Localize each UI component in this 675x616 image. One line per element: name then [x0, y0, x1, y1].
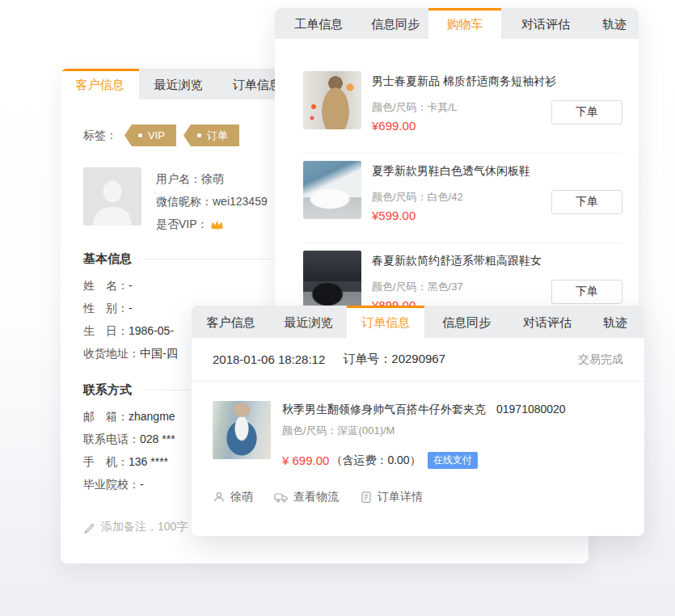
product-price: ¥699.00 [372, 119, 540, 133]
document-icon [360, 491, 373, 504]
order-header: 2018-01-06 18:28:12 订单号：20290967 交易完成 [192, 338, 644, 382]
tab-shopping-cart[interactable]: 购物车 [428, 8, 501, 39]
place-order-button[interactable]: 下单 [551, 100, 622, 124]
tag-order-label: 订单 [207, 129, 228, 143]
product-price: ¥599.00 [372, 209, 540, 222]
order-panel-tabs: 客户信息 最近浏览 订单信息 信息同步 对话评估 轨迹 [192, 306, 644, 338]
order-info-panel: 客户信息 最近浏览 订单信息 信息同步 对话评估 轨迹 2018-01-06 1… [192, 306, 644, 536]
pen-icon [83, 521, 95, 534]
product-attr: 颜色/尺码：白色/42 [372, 190, 540, 205]
cart-item: 夏季新款男鞋白色透气休闲板鞋 颜色/尺码：白色/42 ¥599.00 下单 [303, 154, 622, 243]
tab-dialog-evaluation[interactable]: 对话评估 [501, 8, 590, 39]
order-detail-link[interactable]: 订单详情 [360, 490, 423, 504]
tab-work-order[interactable]: 工单信息 [275, 8, 362, 39]
tag-dot-icon [197, 133, 201, 137]
add-note-label: 添加备注，100字 [101, 520, 188, 534]
section-basic-info-title: 基本信息 [83, 251, 132, 267]
tab-customer-info[interactable]: 客户信息 [61, 69, 139, 99]
tag-vip-label: VIP [148, 129, 165, 141]
tab-trajectory[interactable]: 轨迹 [590, 8, 639, 39]
view-logistics-label: 查看物流 [293, 490, 339, 504]
tab-recent-browse[interactable]: 最近浏览 [270, 306, 347, 338]
product-title: 男士春夏新品 棉质舒适商务短袖衬衫 [372, 73, 540, 89]
product-title: 春夏新款简约舒适系带粗高跟鞋女 [372, 252, 540, 268]
order-product-attr: 颜色/尺码：深蓝(001)/M [282, 424, 566, 438]
product-image-shirt [303, 71, 361, 129]
product-image-denim-jacket [213, 401, 271, 459]
tab-info-sync[interactable]: 信息同步 [362, 8, 428, 39]
order-datetime: 2018-01-06 18:28:12 [213, 352, 325, 366]
vip-row: 是否VIP： [156, 213, 268, 235]
product-attr: 颜色/尺码：黑色/37 [372, 280, 540, 294]
product-attr: 颜色/尺码：卡其/L [372, 100, 540, 115]
order-status: 交易完成 [578, 352, 623, 367]
order-price: ¥ 699.00 [282, 454, 329, 467]
order-product-title: 秋季男生翻领修身帅气百搭牛仔外套夹克01971080020 [282, 401, 566, 417]
crown-icon [210, 219, 224, 230]
cart-item-list: 男士春夏新品 棉质舒适商务短袖衬衫 颜色/尺码：卡其/L ¥699.00 下单 … [275, 39, 639, 315]
avatar [83, 167, 141, 226]
cart-item: 男士春夏新品 棉质舒适商务短袖衬衫 颜色/尺码：卡其/L ¥699.00 下单 [303, 64, 622, 154]
user-icon [213, 491, 226, 504]
tab-order-info[interactable]: 订单信息 [347, 306, 424, 338]
view-logistics-link[interactable]: 查看物流 [274, 490, 339, 504]
tab-dialog-evaluation[interactable]: 对话评估 [508, 306, 586, 338]
place-order-button[interactable]: 下单 [551, 190, 622, 214]
tag-dot-icon [138, 133, 142, 137]
avatar-placeholder-icon [83, 167, 141, 226]
buyer-name: 徐萌 [230, 490, 253, 504]
username-row: 用户名：徐萌 [156, 167, 268, 190]
order-product-sku: 01971080020 [496, 403, 566, 416]
tab-info-sync[interactable]: 信息同步 [424, 306, 508, 338]
online-pay-badge: 在线支付 [428, 452, 478, 469]
order-shipping-note: （含运费：0.00） [331, 454, 420, 468]
section-contact-title: 联系方式 [83, 382, 132, 398]
tab-trajectory[interactable]: 轨迹 [586, 306, 644, 338]
place-order-button[interactable]: 下单 [551, 280, 622, 304]
order-item: 秋季男生翻领修身帅气百搭牛仔外套夹克01971080020 颜色/尺码：深蓝(0… [192, 382, 644, 469]
tags-label: 标签： [83, 129, 117, 143]
order-detail-label: 订单详情 [378, 490, 423, 504]
tag-vip: VIP [124, 124, 176, 146]
order-number: 订单号：20290967 [343, 352, 445, 367]
product-image-heels [303, 251, 361, 309]
buyer-contact[interactable]: 徐萌 [213, 490, 253, 504]
tag-order: 订单 [184, 124, 239, 146]
product-image-sneaker [303, 161, 361, 219]
shopping-cart-panel: 工单信息 信息同步 购物车 对话评估 轨迹 男士春夏新品 棉质舒适商务短袖衬衫 … [275, 8, 639, 315]
cart-item: 春夏新款简约舒适系带粗高跟鞋女 颜色/尺码：黑色/37 ¥899.00 下单 [303, 243, 622, 315]
wechat-row: 微信昵称：wei123459 [156, 190, 268, 213]
tab-recent-browse[interactable]: 最近浏览 [139, 69, 217, 99]
cart-panel-tabs: 工单信息 信息同步 购物车 对话评估 轨迹 [275, 8, 639, 39]
tab-customer-info[interactable]: 客户信息 [192, 306, 270, 338]
product-title: 夏季新款男鞋白色透气休闲板鞋 [372, 162, 540, 179]
order-actions: 徐萌 查看物流 订单详情 [192, 490, 644, 504]
truck-icon [274, 491, 289, 504]
